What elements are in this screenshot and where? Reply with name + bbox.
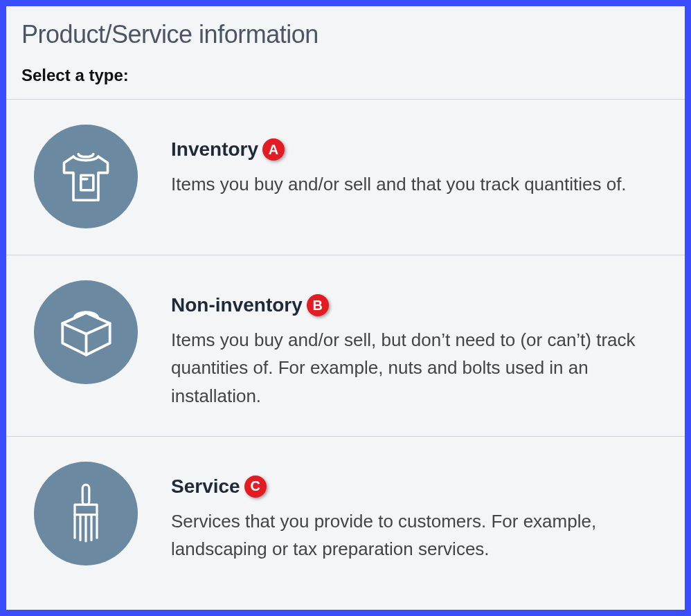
option-inventory[interactable]: Inventory A Items you buy and/or sell an… <box>6 99 685 255</box>
option-inventory-description: Items you buy and/or sell and that you t… <box>171 170 670 198</box>
svg-rect-0 <box>81 175 93 190</box>
panel-title: Product/Service information <box>21 20 670 49</box>
option-service-description: Services that you provide to customers. … <box>171 507 670 563</box>
panel-subtitle: Select a type: <box>21 66 670 85</box>
tshirt-icon <box>34 125 138 228</box>
callout-badge-b: B <box>307 294 329 316</box>
option-non-inventory[interactable]: Non-inventory B Items you buy and/or sel… <box>6 255 685 436</box>
option-service-label: Service <box>171 475 240 498</box>
product-service-panel: Product/Service information Select a typ… <box>6 6 685 610</box>
open-box-icon <box>34 280 138 384</box>
svg-marker-2 <box>62 313 109 334</box>
option-service[interactable]: Service C Services that you provide to c… <box>6 436 685 577</box>
svg-rect-3 <box>82 484 89 505</box>
option-inventory-label: Inventory <box>171 138 258 161</box>
option-non-inventory-text: Non-inventory B Items you buy and/or sel… <box>171 273 670 410</box>
paint-brush-icon <box>34 462 138 565</box>
option-service-text: Service C Services that you provide to c… <box>171 455 670 563</box>
panel-header: Product/Service information Select a typ… <box>6 6 685 85</box>
option-inventory-text: Inventory A Items you buy and/or sell an… <box>171 118 670 198</box>
callout-badge-c: C <box>244 475 267 498</box>
option-non-inventory-description: Items you buy and/or sell, but don’t nee… <box>171 326 670 410</box>
svg-rect-4 <box>75 505 97 514</box>
callout-badge-a: A <box>262 138 285 161</box>
option-non-inventory-label: Non-inventory <box>171 294 303 316</box>
